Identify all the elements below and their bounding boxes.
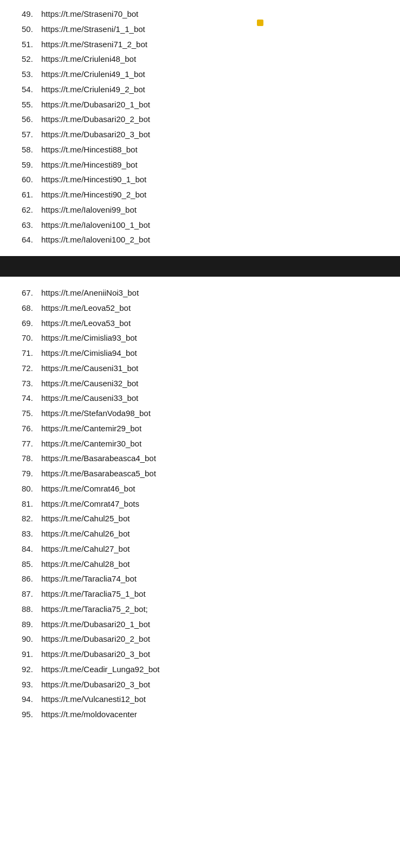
item-url[interactable]: https://t.me/Hincesti90_2_bot: [41, 187, 146, 202]
item-url[interactable]: https://t.me/moldovacenter: [41, 707, 137, 722]
item-number: 77.: [22, 436, 41, 451]
item-url[interactable]: https://t.me/Hincesti88_bot: [41, 142, 138, 157]
list-item: 87.https://t.me/Taraclia75_1_bot: [22, 586, 389, 602]
item-number: 79.: [22, 466, 41, 481]
item-url[interactable]: https://t.me/StefanVoda98_bot: [41, 406, 151, 421]
item-url[interactable]: https://t.me/Ialoveni99_bot: [41, 202, 137, 218]
list-item: 59.https://t.me/Hincesti89_bot: [22, 157, 389, 173]
item-number: 93.: [22, 677, 41, 692]
list-item: 75.https://t.me/StefanVoda98_bot: [22, 406, 389, 421]
item-url[interactable]: https://t.me/Dubasari20_3_bot: [41, 677, 150, 692]
item-url[interactable]: https://t.me/Straseni71_2_bot: [41, 37, 147, 52]
item-url[interactable]: https://t.me/Causeni31_bot: [41, 361, 138, 376]
item-url[interactable]: https://t.me/Hincesti90_1_bot: [41, 172, 146, 187]
list-item: 74.https://t.me/Causeni33_bot: [22, 391, 389, 406]
item-url[interactable]: https://t.me/Cahul27_bot: [41, 541, 130, 557]
list-item: 57.https://t.me/Dubasari20_3_bot: [22, 127, 389, 142]
item-url[interactable]: https://t.me/Cahul25_bot: [41, 511, 130, 526]
list-item: 67.https://t.me/AneniiNoi3_bot: [22, 285, 389, 301]
item-number: 70.: [22, 330, 41, 346]
item-number: 94.: [22, 692, 41, 707]
item-url[interactable]: https://t.me/Ialoveni100_1_bot: [41, 218, 150, 233]
item-url[interactable]: https://t.me/Straseni70_bot: [41, 7, 138, 22]
item-number: 76.: [22, 421, 41, 436]
item-number: 64.: [22, 232, 41, 247]
list-item: 68.https://t.me/Leova52_bot: [22, 301, 389, 316]
yellow-dot-decoration: [257, 20, 263, 26]
item-url[interactable]: https://t.me/Cimislia94_bot: [41, 346, 137, 361]
list-item: 85.https://t.me/Cahul28_bot: [22, 557, 389, 572]
item-url[interactable]: https://t.me/Dubasari20_2_bot: [41, 112, 150, 127]
item-number: 92.: [22, 662, 41, 677]
list-item: 71.https://t.me/Cimislia94_bot: [22, 346, 389, 361]
item-url[interactable]: https://t.me/Cahul28_bot: [41, 557, 130, 572]
item-number: 49.: [22, 7, 41, 22]
item-number: 60.: [22, 172, 41, 187]
item-url[interactable]: https://t.me/Leova52_bot: [41, 301, 131, 316]
section-bottom: 67.https://t.me/AneniiNoi3_bot68.https:/…: [0, 277, 400, 868]
list-item: 50.https://t.me/Straseni/1_1_bot: [22, 22, 389, 37]
item-number: 62.: [22, 202, 41, 218]
item-url[interactable]: https://t.me/Comrat46_bot: [41, 481, 135, 496]
list-item: 51.https://t.me/Straseni71_2_bot: [22, 37, 389, 52]
list-item: 58.https://t.me/Hincesti88_bot: [22, 142, 389, 157]
item-url[interactable]: https://t.me/Taraclia75_2_bot;: [41, 602, 148, 617]
item-url[interactable]: https://t.me/Criuleni49_2_bot: [41, 82, 145, 97]
item-url[interactable]: https://t.me/Criuleni49_1_bot: [41, 67, 145, 82]
list-item: 80.https://t.me/Comrat46_bot: [22, 481, 389, 496]
list-item: 82.https://t.me/Cahul25_bot: [22, 511, 389, 526]
list-item: 93.https://t.me/Dubasari20_3_bot: [22, 677, 389, 692]
item-url[interactable]: https://t.me/Straseni/1_1_bot: [41, 22, 145, 37]
item-url[interactable]: https://t.me/Ialoveni100_2_bot: [41, 232, 150, 247]
item-number: 89.: [22, 617, 41, 632]
list-item: 86.https://t.me/Taraclia74_bot: [22, 571, 389, 586]
list-item: 88.https://t.me/Taraclia75_2_bot;: [22, 602, 389, 617]
item-url[interactable]: https://t.me/Cahul26_bot: [41, 526, 130, 541]
item-url[interactable]: https://t.me/Cantemir30_bot: [41, 436, 141, 451]
item-url[interactable]: https://t.me/AneniiNoi3_bot: [41, 285, 139, 301]
item-number: 82.: [22, 511, 41, 526]
list-item: 70.https://t.me/Cimislia93_bot: [22, 330, 389, 346]
item-url[interactable]: https://t.me/Criuleni48_bot: [41, 52, 136, 67]
item-number: 86.: [22, 571, 41, 586]
item-url[interactable]: https://t.me/Dubasari20_3_bot: [41, 127, 150, 142]
item-number: 56.: [22, 112, 41, 127]
item-url[interactable]: https://t.me/Taraclia75_1_bot: [41, 586, 146, 602]
item-number: 67.: [22, 285, 41, 301]
item-url[interactable]: https://t.me/Comrat47_bots: [41, 496, 139, 512]
item-url[interactable]: https://t.me/Causeni32_bot: [41, 376, 138, 391]
item-number: 57.: [22, 127, 41, 142]
item-number: 83.: [22, 526, 41, 541]
item-url[interactable]: https://t.me/Causeni33_bot: [41, 391, 138, 406]
list-item: 62.https://t.me/Ialoveni99_bot: [22, 202, 389, 218]
item-url[interactable]: https://t.me/Hincesti89_bot: [41, 157, 138, 173]
item-url[interactable]: https://t.me/Dubasari20_1_bot: [41, 617, 150, 632]
item-url[interactable]: https://t.me/Dubasari20_1_bot: [41, 97, 150, 112]
list-item: 94.https://t.me/Vulcanesti12_bot: [22, 692, 389, 707]
item-number: 55.: [22, 97, 41, 112]
item-url[interactable]: https://t.me/Cantemir29_bot: [41, 421, 141, 436]
item-url[interactable]: https://t.me/Cimislia93_bot: [41, 330, 137, 346]
item-number: 54.: [22, 82, 41, 97]
item-number: 58.: [22, 142, 41, 157]
item-url[interactable]: https://t.me/Leova53_bot: [41, 316, 131, 331]
item-url[interactable]: https://t.me/Taraclia74_bot: [41, 571, 137, 586]
item-number: 53.: [22, 67, 41, 82]
list-item: 55.https://t.me/Dubasari20_1_bot: [22, 97, 389, 112]
item-url[interactable]: https://t.me/Vulcanesti12_bot: [41, 692, 146, 707]
list-item: 60.https://t.me/Hincesti90_1_bot: [22, 172, 389, 187]
item-url[interactable]: https://t.me/Ceadir_Lunga92_bot: [41, 662, 159, 677]
item-number: 95.: [22, 707, 41, 722]
item-number: 90.: [22, 631, 41, 647]
item-url[interactable]: https://t.me/Dubasari20_3_bot: [41, 647, 150, 662]
item-number: 85.: [22, 557, 41, 572]
list-item: 92.https://t.me/Ceadir_Lunga92_bot: [22, 662, 389, 677]
item-number: 84.: [22, 541, 41, 557]
list-item: 64.https://t.me/Ialoveni100_2_bot: [22, 232, 389, 247]
item-number: 74.: [22, 391, 41, 406]
item-url[interactable]: https://t.me/Basarabeasca5_bot: [41, 466, 156, 481]
item-url[interactable]: https://t.me/Dubasari20_2_bot: [41, 631, 150, 647]
list-item: 52.https://t.me/Criuleni48_bot: [22, 52, 389, 67]
item-number: 87.: [22, 586, 41, 602]
item-url[interactable]: https://t.me/Basarabeasca4_bot: [41, 451, 156, 466]
